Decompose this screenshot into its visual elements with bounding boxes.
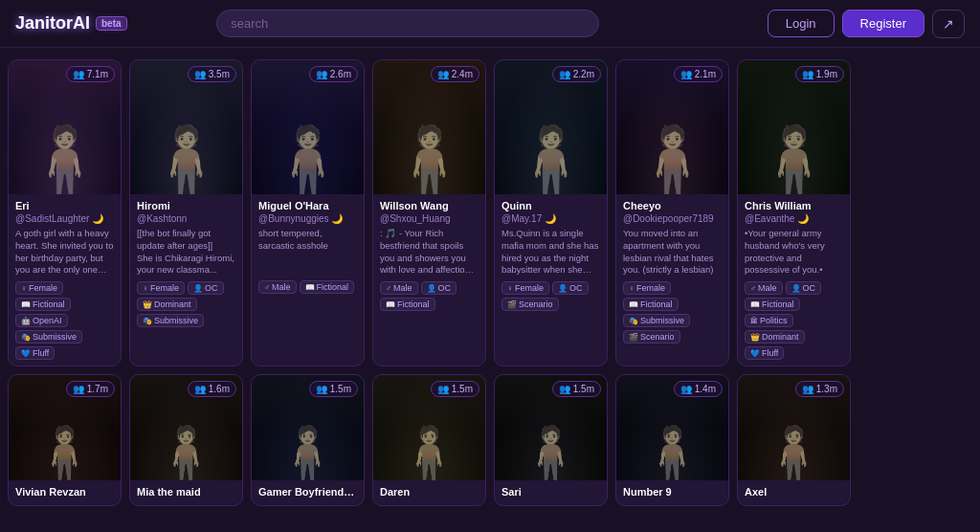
count-value: 2.6m <box>330 69 351 79</box>
card-title: Quinn <box>501 200 600 211</box>
card-body: Willson Wang @Shxou_Huang : 🎵 - Your Ric… <box>373 194 485 317</box>
tag-icon: ♀ <box>629 284 635 293</box>
character-card[interactable]: 🧍 👥 2.2m Quinn @May.17 🌙 Ms.Quinn is a s… <box>494 59 608 366</box>
count-icon: 👥 <box>680 69 692 79</box>
tag-icon: 🎬 <box>507 300 517 309</box>
card-author: @May.17 🌙 <box>501 213 600 224</box>
card-image-container: 🧍 👥 2.2m <box>495 60 607 194</box>
card-title: Chris William <box>745 200 843 211</box>
tag-icon: 👤 <box>791 284 801 293</box>
tag: ♂Male <box>258 280 297 294</box>
tag-icon: 👤 <box>558 284 568 293</box>
card-body: Chris William @Eavanthe 🌙 •Your general … <box>738 194 850 366</box>
tag: 📖Fictional <box>623 298 679 311</box>
character-card[interactable]: 🧍 👥 1.3m Axel <box>737 374 851 506</box>
tag: 👑Dominant <box>745 330 805 344</box>
card-count: 👥 2.6m <box>309 66 358 82</box>
tag-icon: ♂ <box>264 283 270 292</box>
tag: 🎭Submissive <box>623 314 690 327</box>
count-icon: 👥 <box>316 69 327 79</box>
count-value: 1.7m <box>87 384 108 394</box>
card-author: @Bunnynuggies 🌙 <box>258 213 357 224</box>
count-value: 2.1m <box>695 69 716 79</box>
character-card[interactable]: 🧍 👥 7.1m Eri @SadistLaughter 🌙 A goth gi… <box>8 59 122 366</box>
tag-icon: 📖 <box>305 283 315 292</box>
character-card[interactable]: 🧍 👥 2.1m Cheeyo @Dookiepooper7189 You mo… <box>615 59 729 366</box>
character-card[interactable]: 🧍 👥 3.5m Hiromi @Kashtonn [[the bot fina… <box>129 59 243 366</box>
character-card[interactable]: 🧍 👥 1.5m Daren <box>372 374 486 506</box>
tag-icon: 📖 <box>21 300 31 309</box>
card-count: 👥 1.3m <box>795 381 844 397</box>
login-button[interactable]: Login <box>768 10 835 37</box>
tag: ♀Female <box>15 281 63 295</box>
search-input[interactable] <box>216 10 599 37</box>
register-button[interactable]: Register <box>842 10 924 37</box>
card-title: Willson Wang <box>380 200 479 211</box>
tag: 👤OC <box>552 281 589 295</box>
count-icon: 👥 <box>316 384 327 394</box>
card-body: Quinn @May.17 🌙 Ms.Quinn is a single maf… <box>495 194 607 317</box>
character-card[interactable]: 🧍 👥 1.5m Gamer Boyfriend Levi <box>251 374 365 506</box>
card-body: Daren <box>373 480 485 505</box>
tag: 🏛Politics <box>745 314 793 327</box>
card-title: Eri <box>15 200 114 211</box>
share-button[interactable]: ↗ <box>932 10 965 38</box>
card-author: @Eavanthe 🌙 <box>745 213 843 224</box>
card-image-container: 🧍 👥 1.5m <box>373 375 485 480</box>
tag-icon: 👤 <box>427 284 436 293</box>
tag-icon: 🏛 <box>750 317 758 325</box>
tag-icon: 📖 <box>386 300 395 309</box>
card-body: Hiromi @Kashtonn [[the bot finally got u… <box>130 194 242 333</box>
character-card[interactable]: 🧍 👥 2.4m Willson Wang @Shxou_Huang : 🎵 -… <box>372 59 486 366</box>
card-description: You moved into an apartment with you les… <box>623 228 722 277</box>
count-icon: 👥 <box>680 384 692 394</box>
tag-icon: 📖 <box>629 300 638 309</box>
header-actions: Login Register ↗ <box>768 10 965 38</box>
character-card[interactable]: 🧍 👥 1.7m Vivian Revzan <box>8 374 122 506</box>
card-image-container: 🧍 👥 1.9m <box>738 60 850 194</box>
card-image-container: 🧍 👥 1.4m <box>616 375 728 480</box>
card-description: A goth girl with a heavy heart. She invi… <box>15 228 114 277</box>
card-author: @Shxou_Huang <box>380 213 479 224</box>
card-count: 👥 1.7m <box>66 381 115 397</box>
character-card[interactable]: 🧍 👥 1.9m Chris William @Eavanthe 🌙 •Your… <box>737 59 851 366</box>
search-container <box>216 10 599 37</box>
card-author: @SadistLaughter 🌙 <box>15 213 114 224</box>
card-description: [[the bot finally got update after ages]… <box>137 228 235 277</box>
card-title: Mia the maid <box>137 486 235 498</box>
character-card[interactable]: 🧍 👥 1.4m Number 9 <box>615 374 729 506</box>
tag-icon: ♀ <box>143 284 148 293</box>
card-author: @Kashtonn <box>137 213 235 224</box>
count-value: 7.1m <box>87 69 108 79</box>
count-icon: 👥 <box>437 384 449 394</box>
card-description: : 🎵 - Your Rich bestfriend that spoils y… <box>380 228 479 277</box>
tag-icon: 👑 <box>143 300 152 309</box>
count-value: 3.5m <box>209 69 230 79</box>
character-card[interactable]: 🧍 👥 1.6m Mia the maid <box>129 374 243 506</box>
tag: 🎬Scenario <box>623 330 680 344</box>
count-value: 2.2m <box>573 69 594 79</box>
count-icon: 👥 <box>73 384 84 394</box>
card-image-container: 🧍 👥 2.6m <box>252 60 364 194</box>
card-body: Sari <box>495 480 607 505</box>
tag: 👑Dominant <box>137 298 197 311</box>
tag-icon: 💙 <box>21 349 31 358</box>
count-value: 2.4m <box>452 69 473 79</box>
tag: ♀Female <box>623 281 671 295</box>
character-card[interactable]: 🧍 👥 2.6m Miguel O'Hara @Bunnynuggies 🌙 s… <box>251 59 365 366</box>
share-icon: ↗ <box>943 16 954 32</box>
card-count: 👥 2.2m <box>552 66 601 82</box>
tag-icon: 👑 <box>750 333 760 342</box>
card-title: Hiromi <box>137 200 235 211</box>
card-body: Mia the maid <box>130 480 242 505</box>
card-count: 👥 2.1m <box>674 66 723 82</box>
card-title: Daren <box>380 486 479 498</box>
card-body: Cheeyo @Dookiepooper7189 You moved into … <box>616 194 728 349</box>
header: JanitorAI beta Login Register ↗ <box>0 0 980 48</box>
tag: ♂Male <box>745 281 783 295</box>
card-body: Number 9 <box>616 480 728 505</box>
card-image-container: 🧍 👥 1.5m <box>495 375 607 480</box>
tag-icon: ♂ <box>386 284 391 293</box>
count-value: 1.5m <box>330 384 351 394</box>
character-card[interactable]: 🧍 👥 1.5m Sari <box>494 374 608 506</box>
